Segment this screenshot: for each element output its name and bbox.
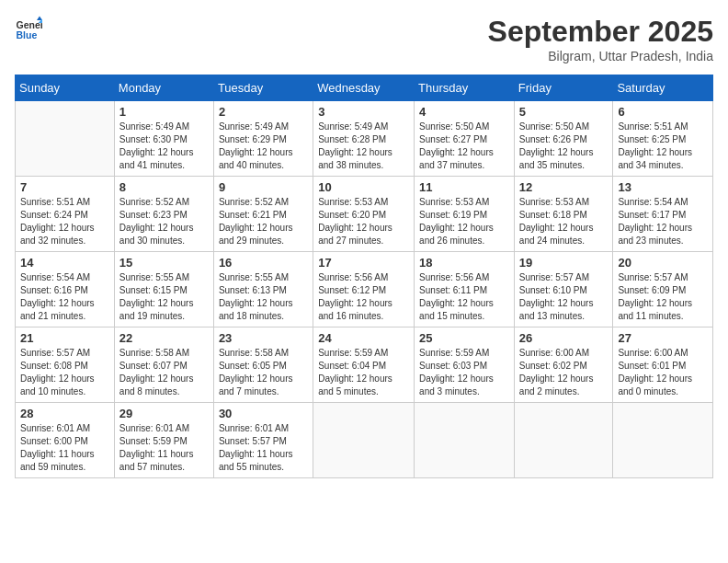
day-info: Sunrise: 5:58 AM Sunset: 6:07 PM Dayligh… [119, 347, 209, 398]
column-header-tuesday: Tuesday [213, 75, 313, 101]
day-number: 21 [20, 331, 109, 345]
day-number: 23 [219, 331, 308, 345]
day-number: 11 [419, 180, 509, 194]
day-number: 18 [419, 256, 509, 270]
day-number: 1 [119, 105, 209, 119]
column-header-monday: Monday [114, 75, 213, 101]
calendar-cell: 14Sunrise: 5:54 AM Sunset: 6:16 PM Dayli… [16, 252, 115, 327]
day-info: Sunrise: 5:57 AM Sunset: 6:08 PM Dayligh… [20, 347, 109, 398]
calendar-cell: 24Sunrise: 5:59 AM Sunset: 6:04 PM Dayli… [313, 327, 415, 403]
day-info: Sunrise: 5:50 AM Sunset: 6:27 PM Dayligh… [419, 121, 509, 172]
day-info: Sunrise: 6:00 AM Sunset: 6:01 PM Dayligh… [618, 347, 708, 398]
calendar-cell: 19Sunrise: 5:57 AM Sunset: 6:10 PM Dayli… [514, 252, 613, 327]
calendar-cell: 16Sunrise: 5:55 AM Sunset: 6:13 PM Dayli… [213, 252, 313, 327]
day-info: Sunrise: 5:52 AM Sunset: 6:21 PM Dayligh… [219, 196, 308, 247]
day-number: 22 [119, 331, 209, 345]
calendar-body: 1Sunrise: 5:49 AM Sunset: 6:30 PM Daylig… [16, 101, 713, 478]
calendar-cell: 17Sunrise: 5:56 AM Sunset: 6:12 PM Dayli… [313, 252, 415, 327]
calendar-cell [514, 403, 613, 478]
day-number: 6 [618, 105, 708, 119]
day-info: Sunrise: 5:59 AM Sunset: 6:04 PM Dayligh… [318, 347, 409, 398]
day-number: 29 [119, 407, 209, 420]
day-info: Sunrise: 6:01 AM Sunset: 6:00 PM Dayligh… [20, 422, 109, 474]
day-number: 3 [318, 105, 409, 119]
day-info: Sunrise: 5:56 AM Sunset: 6:12 PM Dayligh… [318, 271, 409, 323]
calendar-cell: 26Sunrise: 6:00 AM Sunset: 6:02 PM Dayli… [514, 327, 613, 403]
day-number: 17 [318, 256, 409, 270]
day-info: Sunrise: 5:54 AM Sunset: 6:16 PM Dayligh… [20, 271, 109, 323]
column-header-thursday: Thursday [415, 75, 515, 101]
calendar-week-1: 1Sunrise: 5:49 AM Sunset: 6:30 PM Daylig… [16, 101, 713, 177]
column-header-friday: Friday [514, 75, 613, 101]
day-number: 12 [519, 180, 609, 194]
day-info: Sunrise: 5:53 AM Sunset: 6:20 PM Dayligh… [318, 196, 409, 247]
calendar-cell: 3Sunrise: 5:49 AM Sunset: 6:28 PM Daylig… [313, 101, 415, 177]
day-info: Sunrise: 5:49 AM Sunset: 6:29 PM Dayligh… [219, 121, 308, 172]
day-info: Sunrise: 5:53 AM Sunset: 6:18 PM Dayligh… [519, 196, 609, 247]
calendar-cell: 15Sunrise: 5:55 AM Sunset: 6:15 PM Dayli… [114, 252, 213, 327]
day-info: Sunrise: 5:52 AM Sunset: 6:23 PM Dayligh… [119, 196, 209, 247]
day-number: 24 [318, 331, 409, 345]
svg-text:Blue: Blue [17, 29, 38, 40]
day-number: 16 [219, 256, 308, 270]
day-number: 2 [219, 105, 308, 119]
day-number: 4 [419, 105, 509, 119]
calendar-cell: 12Sunrise: 5:53 AM Sunset: 6:18 PM Dayli… [514, 177, 613, 252]
location-subtitle: Bilgram, Uttar Pradesh, India [488, 49, 713, 63]
day-number: 19 [519, 256, 609, 270]
month-title: September 2025 [488, 15, 713, 49]
day-info: Sunrise: 5:55 AM Sunset: 6:15 PM Dayligh… [119, 271, 209, 323]
calendar-cell: 8Sunrise: 5:52 AM Sunset: 6:23 PM Daylig… [114, 177, 213, 252]
calendar-cell: 28Sunrise: 6:01 AM Sunset: 6:00 PM Dayli… [16, 403, 115, 478]
day-info: Sunrise: 5:55 AM Sunset: 6:13 PM Dayligh… [219, 271, 308, 323]
day-number: 5 [519, 105, 609, 119]
calendar-cell: 13Sunrise: 5:54 AM Sunset: 6:17 PM Dayli… [613, 177, 713, 252]
day-number: 28 [20, 407, 109, 420]
calendar-week-5: 28Sunrise: 6:01 AM Sunset: 6:00 PM Dayli… [16, 403, 713, 478]
day-info: Sunrise: 5:54 AM Sunset: 6:17 PM Dayligh… [618, 196, 708, 247]
day-number: 13 [618, 180, 708, 194]
column-header-wednesday: Wednesday [313, 75, 415, 101]
day-number: 25 [419, 331, 509, 345]
calendar-cell: 29Sunrise: 6:01 AM Sunset: 5:59 PM Dayli… [114, 403, 213, 478]
calendar-week-3: 14Sunrise: 5:54 AM Sunset: 6:16 PM Dayli… [16, 252, 713, 327]
day-number: 9 [219, 180, 308, 194]
calendar-cell: 4Sunrise: 5:50 AM Sunset: 6:27 PM Daylig… [415, 101, 515, 177]
calendar-table: SundayMondayTuesdayWednesdayThursdayFrid… [15, 75, 713, 478]
calendar-cell: 27Sunrise: 6:00 AM Sunset: 6:01 PM Dayli… [613, 327, 713, 403]
day-info: Sunrise: 5:59 AM Sunset: 6:03 PM Dayligh… [419, 347, 509, 398]
column-header-saturday: Saturday [613, 75, 713, 101]
day-info: Sunrise: 5:57 AM Sunset: 6:09 PM Dayligh… [618, 271, 708, 323]
calendar-cell: 7Sunrise: 5:51 AM Sunset: 6:24 PM Daylig… [16, 177, 115, 252]
calendar-cell: 1Sunrise: 5:49 AM Sunset: 6:30 PM Daylig… [114, 101, 213, 177]
calendar-cell [415, 403, 515, 478]
calendar-cell: 21Sunrise: 5:57 AM Sunset: 6:08 PM Dayli… [16, 327, 115, 403]
day-info: Sunrise: 5:56 AM Sunset: 6:11 PM Dayligh… [419, 271, 509, 323]
day-info: Sunrise: 5:57 AM Sunset: 6:10 PM Dayligh… [519, 271, 609, 323]
calendar-cell: 25Sunrise: 5:59 AM Sunset: 6:03 PM Dayli… [415, 327, 515, 403]
day-number: 14 [20, 256, 109, 270]
calendar-cell: 23Sunrise: 5:58 AM Sunset: 6:05 PM Dayli… [213, 327, 313, 403]
column-header-sunday: Sunday [16, 75, 115, 101]
day-number: 26 [519, 331, 609, 345]
calendar-cell: 10Sunrise: 5:53 AM Sunset: 6:20 PM Dayli… [313, 177, 415, 252]
calendar-cell: 18Sunrise: 5:56 AM Sunset: 6:11 PM Dayli… [415, 252, 515, 327]
day-number: 10 [318, 180, 409, 194]
logo: General Blue [15, 15, 42, 42]
calendar-cell: 22Sunrise: 5:58 AM Sunset: 6:07 PM Dayli… [114, 327, 213, 403]
day-number: 30 [219, 407, 308, 420]
calendar-cell: 30Sunrise: 6:01 AM Sunset: 5:57 PM Dayli… [213, 403, 313, 478]
calendar-cell [613, 403, 713, 478]
day-info: Sunrise: 5:53 AM Sunset: 6:19 PM Dayligh… [419, 196, 509, 247]
calendar-header-row: SundayMondayTuesdayWednesdayThursdayFrid… [16, 75, 713, 101]
calendar-cell: 20Sunrise: 5:57 AM Sunset: 6:09 PM Dayli… [613, 252, 713, 327]
day-info: Sunrise: 5:58 AM Sunset: 6:05 PM Dayligh… [219, 347, 308, 398]
calendar-cell [313, 403, 415, 478]
day-info: Sunrise: 5:50 AM Sunset: 6:26 PM Dayligh… [519, 121, 609, 172]
day-number: 7 [20, 180, 109, 194]
day-info: Sunrise: 5:49 AM Sunset: 6:28 PM Dayligh… [318, 121, 409, 172]
day-info: Sunrise: 6:00 AM Sunset: 6:02 PM Dayligh… [519, 347, 609, 398]
day-number: 8 [119, 180, 209, 194]
calendar-week-2: 7Sunrise: 5:51 AM Sunset: 6:24 PM Daylig… [16, 177, 713, 252]
page-header: General Blue September 2025 Bilgram, Utt… [15, 15, 713, 63]
